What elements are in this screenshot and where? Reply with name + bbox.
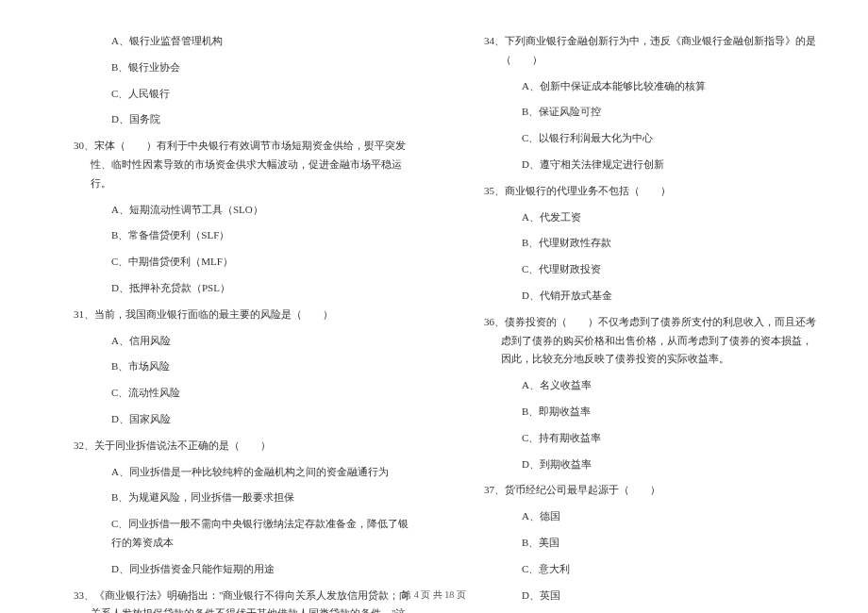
q31-option-a: A、信用风险 — [57, 328, 410, 355]
q34-option-a: A、创新中保证成本能够比较准确的核算 — [467, 74, 821, 100]
q29-option-b: B、银行业协会 — [57, 55, 410, 81]
q36-text: 36、债券投资的（ ）不仅考虑到了债券所支付的利息收入，而且还考虑到了债券的购买… — [467, 309, 821, 373]
q36-option-a: A、名义收益率 — [467, 373, 821, 399]
q30-text: 30、宋体（ ）有利于中央银行有效调节市场短期资金供给，熨平突发性、临时性因素导… — [57, 133, 410, 196]
q34-option-c: C、以银行利润最大化为中心 — [467, 125, 821, 152]
left-column: A、银行业监督管理机构 B、银行业协会 C、人民银行 D、国务院 30、宋体（ … — [0, 28, 439, 575]
right-column: 34、下列商业银行金融创新行为中，违反《商业银行金融创新指导》的是（ ） A、创… — [439, 28, 868, 575]
q32-option-b: B、为规避风险，同业拆借一般要求担保 — [57, 485, 410, 511]
q38-text: 38、宋体银行市场定位主要包括产品定位和（ ）两个方面。 — [467, 608, 821, 613]
q29-option-d: D、国务院 — [57, 107, 410, 133]
q30-option-c: C、中期借贷便利（MLF） — [57, 249, 410, 275]
q32-option-a: A、同业拆借是一种比较纯粹的金融机构之间的资金融通行为 — [57, 459, 410, 486]
q31-option-d: D、国家风险 — [57, 406, 410, 433]
q36-option-c: C、持有期收益率 — [467, 425, 821, 452]
q35-option-a: A、代发工资 — [467, 205, 821, 231]
q35-text: 35、商业银行的代理业务不包括（ ） — [467, 178, 821, 205]
q32-option-d: D、同业拆借资金只能作短期的用途 — [57, 556, 410, 583]
q37-option-b: B、美国 — [467, 530, 821, 556]
page-footer: 第 4 页 共 18 页 — [0, 588, 868, 602]
q30-option-b: B、常备借贷便利（SLF） — [57, 223, 410, 249]
q30-option-d: D、抵押补充贷款（PSL） — [57, 275, 410, 302]
q37-option-a: A、德国 — [467, 504, 821, 530]
q30-option-a: A、短期流动性调节工具（SLO） — [57, 197, 410, 224]
q29-option-a: A、银行业监督管理机构 — [57, 28, 410, 55]
q32-text: 32、关于同业拆借说法不正确的是（ ） — [57, 433, 410, 459]
q31-option-b: B、市场风险 — [57, 354, 410, 380]
q34-option-b: B、保证风险可控 — [467, 99, 821, 125]
q29-option-c: C、人民银行 — [57, 81, 410, 108]
q35-option-b: B、代理财政性存款 — [467, 230, 821, 257]
q36-option-d: D、到期收益率 — [467, 452, 821, 478]
page-container: A、银行业监督管理机构 B、银行业协会 C、人民银行 D、国务院 30、宋体（ … — [0, 0, 868, 575]
q35-option-c: C、代理财政投资 — [467, 257, 821, 283]
q36-option-b: B、即期收益率 — [467, 399, 821, 425]
q37-option-c: C、意大利 — [467, 556, 821, 583]
q34-option-d: D、遵守相关法律规定进行创新 — [467, 152, 821, 178]
q32-option-c: C、同业拆借一般不需向中央银行缴纳法定存款准备金，降低了银行的筹资成本 — [57, 511, 410, 556]
q34-text: 34、下列商业银行金融创新行为中，违反《商业银行金融创新指导》的是（ ） — [467, 28, 821, 74]
q35-option-d: D、代销开放式基金 — [467, 283, 821, 309]
q37-text: 37、货币经纪公司最早起源于（ ） — [467, 477, 821, 504]
q31-option-c: C、流动性风险 — [57, 380, 410, 406]
q31-text: 31、当前，我国商业银行面临的最主要的风险是（ ） — [57, 302, 410, 328]
